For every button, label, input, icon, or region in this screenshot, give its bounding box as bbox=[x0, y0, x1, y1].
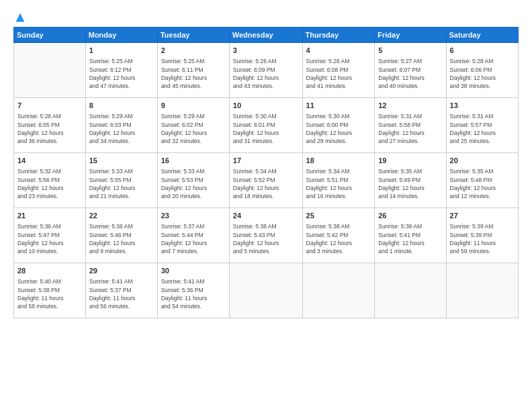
calendar-cell: 12Sunrise: 5:31 AM Sunset: 5:58 PM Dayli… bbox=[375, 98, 446, 153]
day-number: 23 bbox=[161, 211, 226, 221]
day-number: 22 bbox=[89, 211, 154, 221]
day-info: Sunrise: 5:25 AM Sunset: 6:11 PM Dayligh… bbox=[161, 57, 226, 90]
day-info: Sunrise: 5:35 AM Sunset: 5:48 PM Dayligh… bbox=[450, 167, 515, 200]
day-info: Sunrise: 5:37 AM Sunset: 5:44 PM Dayligh… bbox=[161, 222, 226, 255]
day-info: Sunrise: 5:26 AM Sunset: 6:09 PM Dayligh… bbox=[233, 57, 299, 90]
day-info: Sunrise: 5:36 AM Sunset: 5:46 PM Dayligh… bbox=[89, 222, 154, 255]
calendar-cell: 25Sunrise: 5:38 AM Sunset: 5:42 PM Dayli… bbox=[302, 208, 375, 263]
calendar-cell bbox=[446, 263, 518, 318]
day-info: Sunrise: 5:26 AM Sunset: 6:08 PM Dayligh… bbox=[306, 57, 371, 90]
weekday-header-tuesday: Tuesday bbox=[157, 28, 229, 43]
day-number: 2 bbox=[161, 46, 226, 56]
day-number: 16 bbox=[161, 156, 226, 166]
day-number: 17 bbox=[233, 156, 299, 166]
day-number: 7 bbox=[17, 101, 82, 111]
day-info: Sunrise: 5:33 AM Sunset: 5:53 PM Dayligh… bbox=[161, 167, 226, 200]
day-number: 10 bbox=[233, 101, 299, 111]
day-number: 3 bbox=[233, 46, 299, 56]
day-number: 4 bbox=[306, 46, 371, 56]
day-info: Sunrise: 5:40 AM Sunset: 5:38 PM Dayligh… bbox=[17, 277, 82, 310]
calendar-cell: 5Sunrise: 5:27 AM Sunset: 6:07 PM Daylig… bbox=[375, 43, 446, 98]
day-info: Sunrise: 5:28 AM Sunset: 6:06 PM Dayligh… bbox=[450, 57, 515, 90]
day-number: 24 bbox=[233, 211, 299, 221]
day-info: Sunrise: 5:41 AM Sunset: 5:36 PM Dayligh… bbox=[161, 277, 226, 310]
weekday-header-wednesday: Wednesday bbox=[229, 28, 302, 43]
calendar-cell: 27Sunrise: 5:39 AM Sunset: 5:39 PM Dayli… bbox=[446, 208, 518, 263]
calendar-cell: 6Sunrise: 5:28 AM Sunset: 6:06 PM Daylig… bbox=[446, 43, 518, 98]
day-info: Sunrise: 5:34 AM Sunset: 5:51 PM Dayligh… bbox=[306, 167, 371, 200]
day-number: 28 bbox=[17, 266, 82, 276]
day-info: Sunrise: 5:25 AM Sunset: 6:12 PM Dayligh… bbox=[89, 57, 154, 90]
calendar-cell: 22Sunrise: 5:36 AM Sunset: 5:46 PM Dayli… bbox=[85, 208, 157, 263]
day-number: 15 bbox=[89, 156, 154, 166]
day-info: Sunrise: 5:32 AM Sunset: 5:56 PM Dayligh… bbox=[17, 167, 82, 200]
weekday-header-monday: Monday bbox=[85, 28, 157, 43]
calendar-cell: 10Sunrise: 5:30 AM Sunset: 6:01 PM Dayli… bbox=[229, 98, 302, 153]
calendar-cell: 19Sunrise: 5:35 AM Sunset: 5:49 PM Dayli… bbox=[375, 153, 446, 208]
day-number: 19 bbox=[378, 156, 442, 166]
day-info: Sunrise: 5:33 AM Sunset: 5:55 PM Dayligh… bbox=[89, 167, 154, 200]
calendar-cell: 28Sunrise: 5:40 AM Sunset: 5:38 PM Dayli… bbox=[14, 263, 86, 318]
calendar-cell: 13Sunrise: 5:31 AM Sunset: 5:57 PM Dayli… bbox=[446, 98, 518, 153]
calendar-cell: 24Sunrise: 5:38 AM Sunset: 5:43 PM Dayli… bbox=[229, 208, 302, 263]
day-info: Sunrise: 5:31 AM Sunset: 5:58 PM Dayligh… bbox=[378, 112, 442, 145]
day-info: Sunrise: 5:27 AM Sunset: 6:07 PM Dayligh… bbox=[378, 57, 442, 90]
calendar-cell: 8Sunrise: 5:29 AM Sunset: 6:03 PM Daylig… bbox=[85, 98, 157, 153]
calendar-cell: 15Sunrise: 5:33 AM Sunset: 5:55 PM Dayli… bbox=[85, 153, 157, 208]
day-number: 11 bbox=[306, 101, 371, 111]
calendar-cell: 16Sunrise: 5:33 AM Sunset: 5:53 PM Dayli… bbox=[157, 153, 229, 208]
day-number: 13 bbox=[450, 101, 515, 111]
calendar-cell: 1Sunrise: 5:25 AM Sunset: 6:12 PM Daylig… bbox=[85, 43, 157, 98]
logo-icon bbox=[15, 12, 26, 23]
day-info: Sunrise: 5:38 AM Sunset: 5:42 PM Dayligh… bbox=[306, 222, 371, 255]
day-info: Sunrise: 5:38 AM Sunset: 5:43 PM Dayligh… bbox=[233, 222, 299, 255]
day-number: 14 bbox=[17, 156, 82, 166]
day-number: 30 bbox=[161, 266, 226, 276]
day-number: 27 bbox=[450, 211, 515, 221]
calendar-cell: 18Sunrise: 5:34 AM Sunset: 5:51 PM Dayli… bbox=[302, 153, 375, 208]
day-number: 8 bbox=[89, 101, 154, 111]
calendar-cell: 29Sunrise: 5:41 AM Sunset: 5:37 PM Dayli… bbox=[85, 263, 157, 318]
day-number: 26 bbox=[378, 211, 442, 221]
calendar-cell: 20Sunrise: 5:35 AM Sunset: 5:48 PM Dayli… bbox=[446, 153, 518, 208]
calendar-cell: 2Sunrise: 5:25 AM Sunset: 6:11 PM Daylig… bbox=[157, 43, 229, 98]
calendar-cell: 21Sunrise: 5:36 AM Sunset: 5:47 PM Dayli… bbox=[14, 208, 86, 263]
day-info: Sunrise: 5:31 AM Sunset: 5:57 PM Dayligh… bbox=[450, 112, 515, 145]
weekday-header-sunday: Sunday bbox=[14, 28, 86, 43]
day-info: Sunrise: 5:39 AM Sunset: 5:39 PM Dayligh… bbox=[450, 222, 515, 255]
calendar-cell: 7Sunrise: 5:28 AM Sunset: 6:05 PM Daylig… bbox=[14, 98, 86, 153]
calendar-table: SundayMondayTuesdayWednesdayThursdayFrid… bbox=[13, 27, 519, 318]
calendar-cell: 4Sunrise: 5:26 AM Sunset: 6:08 PM Daylig… bbox=[302, 43, 375, 98]
calendar-cell: 30Sunrise: 5:41 AM Sunset: 5:36 PM Dayli… bbox=[157, 263, 229, 318]
weekday-header-thursday: Thursday bbox=[302, 28, 375, 43]
calendar-cell: 17Sunrise: 5:34 AM Sunset: 5:52 PM Dayli… bbox=[229, 153, 302, 208]
day-info: Sunrise: 5:30 AM Sunset: 6:01 PM Dayligh… bbox=[233, 112, 299, 145]
day-number: 25 bbox=[306, 211, 371, 221]
day-number: 18 bbox=[306, 156, 371, 166]
calendar-cell: 11Sunrise: 5:30 AM Sunset: 6:00 PM Dayli… bbox=[302, 98, 375, 153]
logo bbox=[13, 12, 26, 20]
svg-marker-0 bbox=[16, 13, 25, 22]
day-info: Sunrise: 5:35 AM Sunset: 5:49 PM Dayligh… bbox=[378, 167, 442, 200]
day-number: 9 bbox=[161, 101, 226, 111]
day-info: Sunrise: 5:39 AM Sunset: 5:41 PM Dayligh… bbox=[378, 222, 442, 255]
day-number: 5 bbox=[378, 46, 442, 56]
day-number: 29 bbox=[89, 266, 154, 276]
calendar-cell: 3Sunrise: 5:26 AM Sunset: 6:09 PM Daylig… bbox=[229, 43, 302, 98]
day-info: Sunrise: 5:36 AM Sunset: 5:47 PM Dayligh… bbox=[17, 222, 82, 255]
day-number: 20 bbox=[450, 156, 515, 166]
page-header bbox=[13, 12, 519, 20]
day-number: 6 bbox=[450, 46, 515, 56]
weekday-header-saturday: Saturday bbox=[446, 28, 518, 43]
day-number: 12 bbox=[378, 101, 442, 111]
calendar-cell: 14Sunrise: 5:32 AM Sunset: 5:56 PM Dayli… bbox=[14, 153, 86, 208]
calendar-cell: 26Sunrise: 5:39 AM Sunset: 5:41 PM Dayli… bbox=[375, 208, 446, 263]
day-info: Sunrise: 5:41 AM Sunset: 5:37 PM Dayligh… bbox=[89, 277, 154, 310]
calendar-cell bbox=[375, 263, 446, 318]
day-info: Sunrise: 5:29 AM Sunset: 6:03 PM Dayligh… bbox=[89, 112, 154, 145]
calendar-cell bbox=[14, 43, 86, 98]
calendar-cell: 9Sunrise: 5:29 AM Sunset: 6:02 PM Daylig… bbox=[157, 98, 229, 153]
calendar-cell: 23Sunrise: 5:37 AM Sunset: 5:44 PM Dayli… bbox=[157, 208, 229, 263]
day-info: Sunrise: 5:28 AM Sunset: 6:05 PM Dayligh… bbox=[17, 112, 82, 145]
calendar-cell bbox=[302, 263, 375, 318]
